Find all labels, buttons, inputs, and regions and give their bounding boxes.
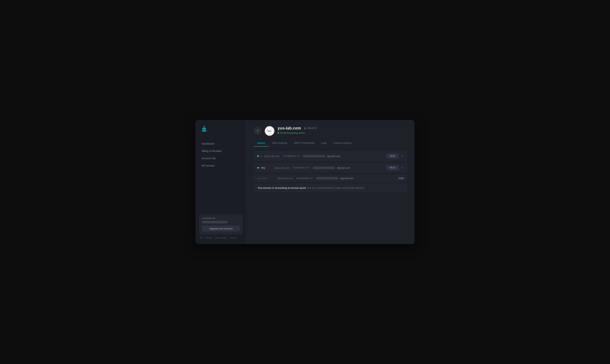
content-area: @yus-lab.com FORWARDS TO @gmail.com TEST… — [247, 147, 415, 244]
sidebar: Dashboard Billing & Receipts Account Inf… — [195, 120, 247, 244]
footer-link-tos[interactable]: ToS — [200, 237, 203, 239]
forwarded-email-redacted-2 — [313, 167, 335, 169]
status-text: Email forwarding active — [280, 131, 305, 134]
logged-as-email — [202, 221, 228, 223]
domain-header: Yu's. yus-lab.com DELETE — [247, 120, 415, 136]
add-forwards-label: FORWARDS TO — [296, 177, 313, 180]
email-suffix-2: @gmail.com — [337, 167, 350, 169]
svg-rect-0 — [304, 128, 306, 129]
test-button-1[interactable]: TEST — [387, 154, 399, 159]
alias-active-dot-2 — [257, 167, 259, 169]
footer-links: ToS Privacy Server Status Contact — [199, 237, 243, 239]
alias-dot-small — [261, 156, 262, 157]
banner-text: Get your emails treated in higher priori… — [307, 187, 365, 189]
alias-actions-1: TEST × — [387, 154, 404, 159]
footer-link-server-status[interactable]: Server Status — [215, 237, 227, 239]
footer-link-contact[interactable]: Contact — [230, 237, 237, 239]
alias-domain-2: @yus-lab.com — [274, 167, 290, 169]
tab-aliases[interactable]: Aliases — [254, 140, 269, 147]
add-alias-domain: @yus-lab.com — [277, 177, 293, 180]
domain-avatar: Yu's. — [264, 126, 275, 136]
domain-name: yus-lab.com — [277, 126, 301, 130]
new-alias-input[interactable] — [257, 177, 276, 180]
logged-as-card: LOGGED AS Upgrade your account — [199, 214, 243, 234]
info-banner: This domain is forwarding at normal spee… — [254, 184, 407, 192]
add-alias-button[interactable]: ADD — [398, 177, 404, 180]
forwards-label-2: FORWARDS TO — [293, 167, 310, 169]
add-alias-row: @yus-lab.com FORWARDS TO @gmail.com ADD — [254, 174, 407, 182]
sidebar-logo — [195, 125, 246, 140]
remove-alias-button-1[interactable]: × — [401, 155, 404, 158]
email-suffix-1: @gmail.com — [327, 155, 340, 157]
tab-logs[interactable]: Logs — [318, 140, 330, 147]
alias-domain-1: @yus-lab.com — [264, 155, 280, 157]
forwards-label-1: FORWARDS TO — [283, 155, 300, 157]
sidebar-item-billing[interactable]: Billing & Receipts — [199, 148, 243, 154]
sidebar-nav: Dashboard Billing & Receipts Account Inf… — [195, 140, 246, 214]
remove-alias-button-2[interactable]: × — [401, 166, 404, 169]
banner-title: This domain is forwarding at normal spee… — [258, 187, 306, 189]
add-forwarded-email-redacted — [316, 177, 338, 180]
logged-as-label: LOGGED AS — [202, 217, 240, 219]
tab-custom-settings[interactable]: Custom settings — [330, 140, 355, 147]
tab-smtp-credentials[interactable]: SMTP Credentials — [291, 140, 318, 147]
alias-actions-2: TEST × — [387, 165, 404, 170]
alias-active-dot — [257, 155, 259, 157]
logo-icon — [201, 125, 208, 132]
delete-domain-button[interactable]: DELETE — [304, 127, 317, 130]
forwarded-email-redacted-1 — [303, 155, 325, 157]
status-dot — [277, 132, 279, 134]
test-button-2[interactable]: TEST — [387, 165, 399, 170]
domain-title-row: yus-lab.com DELETE — [277, 126, 407, 130]
footer-link-privacy[interactable]: Privacy — [206, 237, 212, 239]
alias-name-2: hey — [261, 166, 272, 169]
table-row: @yus-lab.com FORWARDS TO @gmail.com TEST… — [254, 151, 407, 161]
app-container: Dashboard Billing & Receipts Account Inf… — [195, 120, 415, 244]
sidebar-item-account[interactable]: Account Info — [199, 155, 243, 162]
sidebar-item-dashboard[interactable]: Dashboard — [199, 140, 243, 147]
tab-dns-settings[interactable]: DNS Settings — [269, 140, 291, 147]
domain-info: yus-lab.com DELETE Email forwarding acti… — [277, 126, 407, 134]
sidebar-footer: LOGGED AS Upgrade your account ToS Priva… — [195, 214, 246, 239]
email-status: Email forwarding active — [277, 131, 407, 134]
add-email-suffix: @gmail.com — [340, 177, 353, 180]
back-button[interactable] — [254, 127, 262, 135]
trash-icon — [304, 127, 306, 130]
back-arrow-icon — [256, 129, 259, 132]
sidebar-item-api[interactable]: API access — [199, 162, 243, 169]
tabs-bar: Aliases DNS Settings SMTP Credentials Lo… — [247, 136, 415, 147]
upgrade-button[interactable]: Upgrade your account — [202, 226, 240, 232]
main-content: Yu's. yus-lab.com DELETE — [247, 120, 415, 244]
table-row: hey @yus-lab.com FORWARDS TO @gmail.com … — [254, 163, 407, 173]
